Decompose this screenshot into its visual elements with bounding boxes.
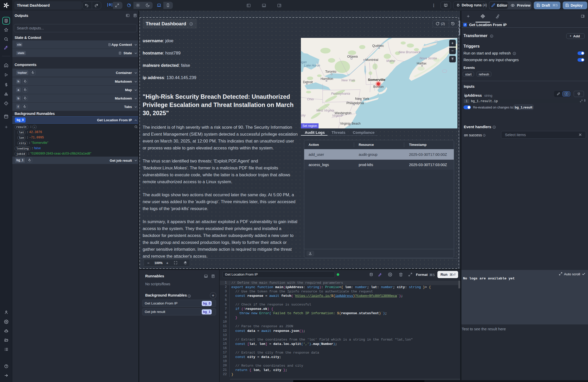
svg-text:Virginia: Virginia bbox=[332, 114, 342, 117]
svg-text:Québec: Québec bbox=[372, 44, 384, 48]
svg-text:Detroit: Detroit bbox=[303, 80, 313, 84]
svg-text:Philadelphia: Philadelphia bbox=[346, 101, 364, 105]
svg-text:New Brunswick: New Brunswick bbox=[399, 50, 421, 54]
svg-text:Virginia Beach: Virginia Beach bbox=[340, 122, 360, 125]
svg-text:Toronto: Toronto bbox=[325, 70, 336, 73]
svg-text:Ohio: Ohio bbox=[307, 97, 314, 101]
svg-text:Pennsylvania: Pennsylvania bbox=[331, 92, 350, 95]
svg-text:cky: cky bbox=[301, 114, 306, 117]
svg-text:New York: New York bbox=[355, 97, 369, 101]
svg-text:Nova Scotia: Nova Scotia bbox=[420, 57, 437, 60]
svg-text:Hamilton: Hamilton bbox=[321, 77, 333, 81]
svg-text:Halifax: Halifax bbox=[417, 62, 427, 65]
svg-text:New York: New York bbox=[341, 79, 355, 82]
svg-text:Maine: Maine bbox=[386, 59, 395, 63]
svg-text:Boston: Boston bbox=[373, 85, 383, 89]
svg-text:Ottawa: Ottawa bbox=[347, 54, 358, 58]
svg-text:Somerville: Somerville bbox=[368, 78, 386, 82]
svg-text:igan: igan bbox=[301, 60, 307, 64]
svg-text:Montréal: Montréal bbox=[365, 58, 378, 62]
svg-text:Lake Huron: Lake Huron bbox=[304, 64, 320, 67]
svg-text:West Virginia: West Virginia bbox=[316, 109, 334, 112]
